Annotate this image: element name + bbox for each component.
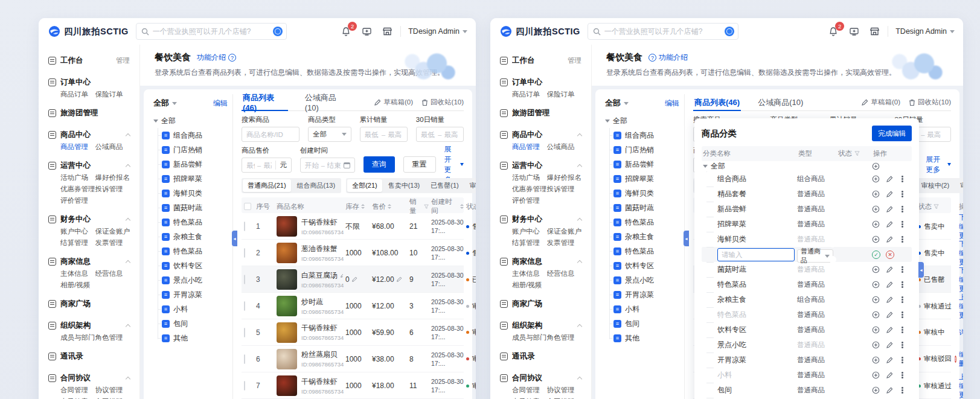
table-row[interactable]: 3 白菜豆腐汤 ID:09867865734 — [242, 266, 464, 293]
sidebar-section-header[interactable]: 订单中心 — [48, 75, 130, 89]
sidebar-item[interactable]: 评价管理 — [60, 196, 95, 205]
row-action-link[interactable]: 编辑 — [959, 249, 963, 257]
tree-item[interactable]: ≡ 其他 — [613, 331, 679, 345]
tree-collapse-handle[interactable]: ◂ — [232, 231, 237, 246]
tree-item[interactable]: ≡ 包间 — [613, 316, 679, 331]
sidebar-section-header[interactable]: 商品中心 — [48, 127, 130, 142]
row-action-link[interactable]: 下架 — [959, 213, 963, 222]
more-actions-icon[interactable] — [898, 281, 906, 289]
tree-item[interactable]: ≡ 特色菜品 — [162, 215, 228, 229]
table-row[interactable]: 2 葱油香辣蟹 ID:09867865734 — [242, 240, 464, 266]
more-actions-icon[interactable] — [898, 205, 906, 213]
add-subcategory-icon[interactable] — [872, 175, 880, 183]
add-subcategory-icon[interactable] — [872, 205, 880, 213]
shop-icon[interactable] — [868, 25, 880, 37]
category-root-row[interactable]: 全部 — [702, 161, 912, 171]
table-row[interactable]: 5 干锅香辣虾 ID:09867865734 — [242, 319, 464, 346]
more-actions-icon[interactable] — [898, 175, 906, 183]
edit-category-icon[interactable] — [885, 266, 893, 273]
category-row[interactable]: 包间 普通商品 普通商品 — [702, 383, 912, 398]
confirm-icon[interactable]: ✓ — [872, 251, 880, 259]
row-action-link[interactable]: 详情 — [959, 328, 963, 337]
category-row[interactable]: 特色菜品 普通商品 普通商品 — [702, 307, 912, 322]
more-actions-icon[interactable] — [898, 311, 906, 319]
edit-category-icon[interactable] — [885, 311, 893, 319]
sidebar-item[interactable]: 商品管理 — [60, 142, 95, 152]
monitor-plus-icon[interactable] — [848, 25, 860, 37]
sidebar-section-header[interactable]: 合同协议 — [48, 371, 130, 385]
chip[interactable]: 售卖中(13) — [383, 179, 425, 192]
sidebar-item[interactable]: 投诉管理 — [95, 185, 130, 194]
tab[interactable]: 商品列表(46) — [242, 94, 288, 110]
table-row[interactable]: 7 干锅香辣虾 ID:09867865734 — [242, 372, 464, 399]
tree-collapse-handle[interactable]: ◂ — [684, 231, 689, 246]
notification-bell-icon[interactable]: 2 — [827, 25, 839, 37]
tree-item[interactable]: ≡ 开胃凉菜 — [162, 287, 228, 302]
sidebar-item[interactable]: 相册/视频 — [60, 281, 95, 290]
price-min-input[interactable] — [246, 162, 255, 169]
global-search-input[interactable] — [153, 27, 269, 36]
sidebar-item[interactable]: 合同管理 — [512, 386, 547, 395]
sidebar-item[interactable]: 评价管理 — [512, 196, 547, 205]
sidebar-section-header[interactable]: 组织架构 — [500, 318, 581, 333]
sidebar-section-header[interactable]: 工作台 管理 — [48, 53, 130, 68]
sidebar-item[interactable]: 保证金账户 — [95, 227, 130, 236]
tab[interactable]: 商品列表(46) — [693, 94, 741, 110]
more-actions-icon[interactable] — [898, 356, 906, 364]
chip[interactable]: 已售罄(1) — [426, 179, 463, 192]
tree-expand-icon[interactable] — [703, 165, 708, 168]
more-actions-icon[interactable] — [898, 235, 906, 243]
add-subcategory-icon[interactable] — [872, 162, 880, 170]
reset-button[interactable]: 重置 — [403, 156, 436, 173]
row-action-link[interactable]: 下架 — [959, 266, 963, 275]
row-checkbox[interactable] — [244, 328, 245, 337]
more-actions-icon[interactable] — [898, 190, 906, 198]
tab[interactable]: 公域商品(10) — [304, 94, 350, 110]
row-checkbox[interactable] — [244, 301, 245, 311]
sidebar-section-extra[interactable]: 管理 — [568, 56, 581, 65]
sidebar-section-header[interactable]: 工作台 管理 — [500, 53, 581, 68]
tree-item[interactable]: ≡ 门店热销 — [613, 142, 679, 157]
category-row[interactable]: 小料 普通商品 普通商品 — [702, 368, 912, 383]
row-action-link[interactable]: 下架 — [959, 240, 963, 248]
edit-pencil-icon[interactable] — [396, 276, 402, 282]
tree-item[interactable]: ≡ 开胃凉菜 — [613, 287, 679, 302]
tree-item[interactable]: ≡ 景点小吃 — [613, 273, 679, 287]
sidebar-section-header[interactable]: 合同协议 — [500, 371, 581, 385]
chip[interactable]: 审核中(2) — [917, 179, 954, 192]
row-action-link[interactable]: 编辑 — [959, 350, 963, 359]
more-actions-icon[interactable] — [898, 266, 906, 273]
sidebar-item[interactable]: 账户中心 — [512, 227, 547, 236]
row-action-link[interactable]: 编辑 — [959, 275, 963, 284]
recycle-bin-link[interactable]: 回收站(10) — [421, 98, 464, 107]
sidebar-item[interactable]: 发票管理 — [95, 238, 130, 247]
sidebar-item[interactable]: 成员与部门 — [60, 333, 95, 342]
monitor-plus-icon[interactable] — [360, 25, 373, 37]
sidebar-item[interactable]: 协议管理 — [547, 386, 582, 395]
globe-icon[interactable] — [273, 27, 283, 36]
sidebar-item[interactable]: 主体信息 — [512, 269, 547, 278]
edit-category-icon[interactable] — [885, 205, 893, 213]
tree-item[interactable]: ≡ 新品尝鲜 — [613, 157, 679, 171]
add-subcategory-icon[interactable] — [872, 356, 880, 364]
row-action-link[interactable]: 上架 — [959, 372, 963, 381]
row-action-link[interactable]: 更多 — [959, 231, 963, 240]
edit-category-icon[interactable] — [885, 190, 893, 198]
tree-root-node[interactable]: 全部 — [605, 113, 679, 128]
feature-intro-link[interactable]: ? 功能介绍 — [649, 53, 688, 63]
tree-item[interactable]: ≡ 饮料专区 — [162, 258, 228, 273]
add-subcategory-icon[interactable] — [872, 190, 880, 198]
tree-edit-link[interactable]: 编辑 — [213, 98, 228, 109]
tree-item[interactable]: ≡ 海鲜贝类 — [613, 186, 679, 200]
sidebar-item[interactable]: 商品订单 — [60, 90, 95, 99]
query-button[interactable]: 查询 — [363, 156, 395, 173]
category-row[interactable]: 普通商品 普通商品 ✓ ✕ — [702, 247, 912, 262]
sidebar-item[interactable]: 爆好价报名 — [95, 173, 130, 182]
tree-item[interactable]: ≡ 包间 — [162, 316, 228, 331]
sidebar-section-header[interactable]: 商家广场 — [500, 296, 581, 311]
cancel-icon[interactable]: ✕ — [886, 251, 894, 259]
category-row[interactable]: 开胃凉菜 普通商品 普通商品 — [702, 353, 912, 368]
sidebar-item[interactable]: 爆好价报名 — [547, 173, 582, 182]
sidebar-item[interactable]: 相册/视频 — [512, 281, 547, 290]
sidebar-section-header[interactable]: 运营中心 — [500, 158, 581, 173]
